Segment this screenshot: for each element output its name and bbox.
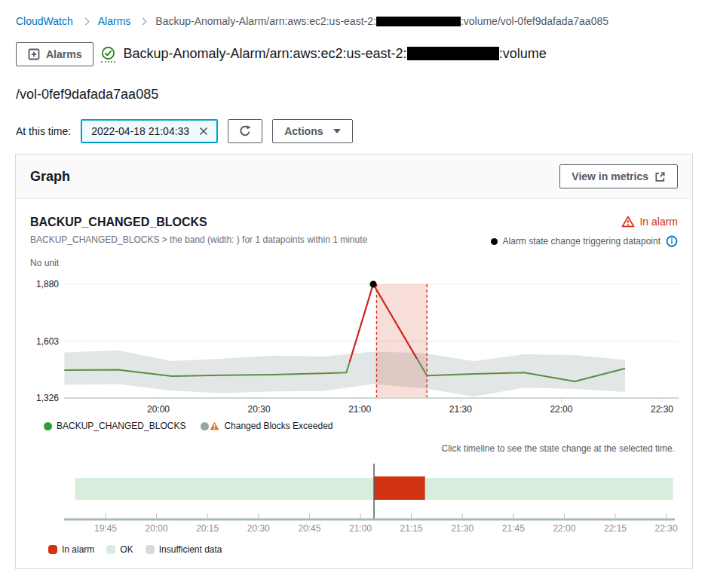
metric-color-swatch: [44, 422, 52, 430]
svg-text:21:00: 21:00: [349, 523, 372, 534]
alarm-state-label: In alarm: [639, 216, 678, 228]
warning-triangle-icon: [621, 216, 635, 228]
legend-item-ok: OK: [106, 544, 133, 555]
metric-chart[interactable]: 20:0020:3021:0021:3022:0022:301,8801,603…: [23, 253, 685, 418]
chart-subtitle: BACKUP_CHANGED_BLOCKS > the band (width:…: [30, 234, 367, 245]
triggering-datapoint: [370, 281, 377, 288]
refresh-icon: [238, 124, 252, 138]
graph-panel-title: Graph: [30, 169, 70, 185]
svg-text:21:45: 21:45: [502, 523, 525, 534]
svg-text:21:30: 21:30: [451, 523, 474, 534]
svg-text:1,880: 1,880: [36, 279, 59, 289]
svg-text:20:45: 20:45: [298, 523, 320, 534]
datapoint-dot-icon: [491, 238, 498, 245]
chart-title: BACKUP_CHANGED_BLOCKS: [30, 216, 367, 229]
legend-item-band[interactable]: Changed Blocks Exceeded: [201, 421, 333, 431]
view-in-metrics-label: View in metrics: [572, 170, 648, 182]
clear-time-icon[interactable]: [198, 126, 209, 136]
redacted-account-id: [376, 17, 461, 26]
ok-status-check-icon[interactable]: [101, 46, 115, 63]
chart-legend: BACKUP_CHANGED_BLOCKS Changed Blocks Exc…: [44, 421, 685, 431]
svg-text:19:45: 19:45: [94, 523, 117, 534]
alarms-button[interactable]: Alarms: [16, 42, 93, 66]
svg-text:22:00: 22:00: [550, 404, 572, 415]
graph-panel-body: BACKUP_CHANGED_BLOCKS BACKUP_CHANGED_BLO…: [16, 216, 692, 568]
view-in-metrics-button[interactable]: View in metrics: [559, 164, 678, 188]
graph-panel-header: Graph View in metrics: [16, 155, 692, 199]
external-link-icon: [654, 171, 666, 182]
svg-text:20:30: 20:30: [247, 523, 270, 534]
in-alarm-color-swatch: [48, 545, 57, 554]
svg-text:21:15: 21:15: [400, 523, 423, 534]
ok-color-swatch: [106, 545, 115, 554]
time-input[interactable]: 2022-04-18 21:04:33: [81, 119, 218, 143]
breadcrumb-current: Backup-Anomaly-Alarm/arn:aws:ec2:us-east…: [155, 15, 608, 27]
alarm-state-timeline[interactable]: 19:4520:0020:1520:3020:4521:0021:1521:30…: [23, 460, 685, 535]
timeline-alarm-segment: [374, 476, 425, 500]
legend-item-insufficient: Insufficient data: [146, 544, 222, 555]
svg-text:22:30: 22:30: [655, 523, 678, 534]
svg-text:22:00: 22:00: [553, 523, 575, 534]
breadcrumb-cloudwatch-link[interactable]: CloudWatch: [16, 15, 73, 27]
add-alarm-box-icon: [28, 48, 40, 60]
redacted-account-id: [407, 47, 499, 60]
svg-text:21:00: 21:00: [348, 404, 371, 415]
time-controls-row: At this time: 2022-04-18 21:04:33 Action…: [16, 119, 708, 143]
triggering-datapoint-legend: Alarm state change triggering datapoint: [491, 235, 678, 247]
timeline-legend: In alarm OK Insufficient data: [48, 544, 685, 555]
svg-text:20:30: 20:30: [248, 404, 271, 415]
legend-item-in-alarm: In alarm: [48, 544, 94, 555]
actions-button[interactable]: Actions: [272, 119, 353, 143]
graph-panel: Graph View in metrics BACKUP_CHANGED_BLO…: [15, 154, 693, 569]
svg-text:1,326: 1,326: [36, 393, 59, 403]
time-value: 2022-04-18 21:04:33: [91, 125, 189, 137]
alarm-title-block: Alarms Backup-Anomaly-Alarm/arn:aws:ec2:…: [16, 33, 692, 115]
legend-item-metric[interactable]: BACKUP_CHANGED_BLOCKS: [44, 421, 185, 431]
alarm-region: [376, 284, 427, 398]
svg-text:20:15: 20:15: [196, 523, 219, 534]
warning-triangle-icon: [210, 421, 219, 430]
chevron-right-icon: [139, 17, 147, 25]
alarms-button-label: Alarms: [46, 48, 81, 60]
timeline-note: Click timeline to see the state change a…: [23, 443, 675, 454]
band-color-swatch: [201, 422, 209, 430]
svg-text:22:30: 22:30: [651, 404, 673, 415]
insufficient-color-swatch: [146, 545, 155, 554]
svg-text:No unit: No unit: [30, 258, 60, 268]
svg-text:22:15: 22:15: [604, 523, 627, 534]
svg-text:20:00: 20:00: [146, 523, 168, 534]
breadcrumb-alarms-link[interactable]: Alarms: [98, 15, 131, 27]
alarm-title: Backup-Anomaly-Alarm/arn:aws:ec2:us-east…: [16, 46, 547, 102]
svg-text:21:30: 21:30: [449, 404, 472, 415]
caret-down-icon: [333, 129, 341, 133]
svg-text:20:00: 20:00: [147, 404, 170, 415]
breadcrumb: CloudWatch Alarms Backup-Anomaly-Alarm/a…: [0, 0, 708, 27]
chart-header: BACKUP_CHANGED_BLOCKS BACKUP_CHANGED_BLO…: [30, 216, 678, 247]
chevron-right-icon: [81, 17, 89, 25]
refresh-button[interactable]: [228, 119, 262, 143]
actions-button-label: Actions: [284, 125, 323, 137]
svg-text:1,603: 1,603: [36, 336, 59, 347]
at-this-time-label: At this time:: [16, 125, 71, 137]
alarm-state-badge: In alarm: [621, 216, 678, 228]
info-icon[interactable]: [666, 235, 678, 247]
